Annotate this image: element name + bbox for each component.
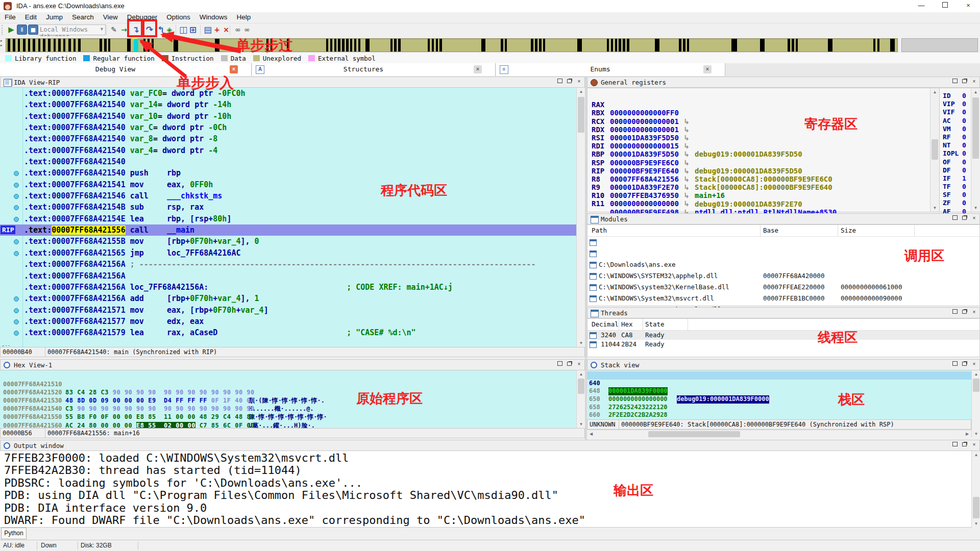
flag-row[interactable]: VIF 0 — [942, 108, 970, 116]
column-header[interactable]: Path — [592, 227, 607, 234]
disasm-line[interactable]: .text:00007FF68A421540 push rbp — [0, 167, 576, 179]
flag-row[interactable]: AC 0 — [942, 117, 970, 125]
trace-window-icon[interactable]: ∞ — [233, 24, 243, 35]
maximize-panel-icon[interactable] — [556, 361, 563, 368]
disasm-line[interactable]: .text:00007FF68A42156A ; ---------------… — [0, 259, 576, 270]
output-window-titlebar[interactable]: Output window × — [0, 440, 980, 451]
stack-row[interactable]: 640 000001DA839F0000 debug019:000001DA83… — [587, 371, 971, 380]
register-row[interactable]: RIP 00007FF68A421556 main+16 — [587, 159, 928, 167]
close-panel-icon[interactable]: × — [971, 79, 977, 85]
register-row[interactable]: RDI 000001DA839F5D50 debug019:000001DA83… — [587, 134, 928, 142]
float-panel-icon[interactable] — [566, 361, 573, 368]
column-header[interactable]: Decimal — [592, 320, 619, 328]
breakpoint-margin[interactable] — [0, 213, 22, 224]
float-panel-icon[interactable] — [961, 361, 968, 368]
disasm-line[interactable]: .text:00007FF68A42155B mov [rbp+0F70h+va… — [0, 236, 576, 247]
disasm-line[interactable]: .text:00007FF68A42154B sub rsp, rax — [0, 202, 576, 213]
hex-view-titlebar[interactable]: Hex View-1 × — [0, 359, 585, 370]
menu-item[interactable]: Debugger — [122, 12, 162, 22]
edit-segment-icon[interactable]: ✎ — [109, 24, 119, 35]
disasm-line[interactable]: .text:00007FF68A421577 mov edx, eax — [0, 316, 576, 327]
breakpoint-margin[interactable] — [0, 122, 22, 133]
stop-process-button[interactable]: ■ — [28, 24, 38, 35]
disasm-line[interactable]: .text:00007FF68A421540 var_8= dword ptr … — [0, 133, 576, 144]
maximize-button[interactable] — [933, 0, 957, 12]
column-header[interactable]: State — [645, 320, 665, 328]
registers-scrollbar[interactable]: ▲▼ — [930, 88, 939, 212]
disasm-line[interactable]: .text:00007FF68A421579 lea rax, aCaseD ;… — [0, 327, 576, 338]
stack-scrollbar[interactable]: ▲▼ — [971, 370, 980, 438]
stack-hscrollbar[interactable]: ◀▶ — [587, 430, 971, 438]
disasm-line[interactable]: .text:00007FF68A421565 jmp loc_7FF68A421… — [0, 247, 576, 259]
disassembly-listing[interactable]: .text:00007FF68A421540 var_FC0= dword pt… — [0, 88, 576, 347]
register-row[interactable]: R8 000001DA839F2E70 debug019:000001DA839… — [587, 167, 928, 175]
flag-row[interactable]: RF 0 — [942, 133, 970, 141]
flag-row[interactable]: ID 0 — [942, 92, 970, 100]
breakpoint-margin[interactable] — [0, 99, 22, 110]
disasm-line[interactable]: .text:00007FF68A42156A loc_7FF68A42156A:… — [0, 282, 576, 293]
breakpoint-margin[interactable] — [0, 156, 22, 167]
hex-row[interactable]: 00007FF68A421530 C3 90 90 90 90 90 90 90… — [0, 388, 576, 396]
module-row[interactable]: C:\WINDOWS\system32\ntdll.dll 00007FFEB4… — [587, 293, 979, 304]
debugger-selector[interactable]: Local Windows debugger ▼ — [37, 24, 106, 35]
breakpoint-margin[interactable] — [0, 167, 22, 179]
minimize-button[interactable]: — — [910, 0, 933, 12]
breakpoint-margin[interactable] — [0, 145, 22, 156]
breakpoint-margin[interactable] — [0, 282, 22, 293]
module-row[interactable]: C:\Downloads\ans.exe 00007FF68A420000 00… — [587, 237, 979, 248]
breakpoint-margin[interactable] — [0, 305, 22, 316]
disasm-line[interactable]: .text:00007FF68A42156A add [rbp+0F70h+va… — [0, 293, 576, 304]
flag-row[interactable]: OF 0 — [942, 158, 970, 166]
close-tab-icon[interactable]: × — [474, 65, 482, 73]
threads-titlebar[interactable]: Threads × — [587, 307, 980, 318]
hex-row[interactable]: 00007FF68A421520 48 8D 0D 09 00 00 00 E9… — [0, 380, 576, 388]
hex-row[interactable]: 00007FF68A421540 55 B8 F0 0F 00 00 E8 85… — [0, 396, 576, 405]
modules-titlebar[interactable]: Modules × — [587, 213, 980, 224]
stack-row[interactable]: 658 2F2E2D2C2B2A2928 — [587, 395, 971, 404]
disasm-line[interactable]: .text:00007FF68A421546 call ___chkstk_ms — [0, 190, 576, 202]
run-to-cursor-button[interactable]: ◈ — [164, 24, 175, 35]
python-cli-button[interactable]: Python — [1, 528, 27, 539]
menu-item[interactable]: Windows — [195, 12, 232, 22]
register-row[interactable]: R11 000000BF9E9FF498 Stack[00000CA8]:000… — [587, 191, 928, 199]
hex-row[interactable]: 00007FF68A421560 00 00 00 00 00 E9 42 01… — [0, 413, 576, 421]
float-panel-icon[interactable] — [961, 442, 968, 448]
thread-row[interactable]: 11044 2B24 Ready — [587, 340, 979, 349]
disasm-line[interactable]: .text:00007FF68A421540 var_14= dword ptr… — [0, 99, 576, 110]
chevron-down-icon[interactable]: ▼ — [100, 27, 104, 32]
maximize-panel-icon[interactable] — [951, 442, 958, 448]
menu-item[interactable]: Edit — [20, 12, 41, 22]
disassembly-scrollbar[interactable]: ▲▼ — [576, 88, 585, 347]
breakpoint-margin[interactable] — [0, 88, 22, 99]
menu-item[interactable]: Search — [67, 12, 99, 22]
disasm-line[interactable]: .text:00007FF68A421571 mov eax, [rbp+0F7… — [0, 305, 576, 316]
disasm-line[interactable]: .text:00007FF68A42156A — [0, 270, 576, 282]
output-scrollbar[interactable]: ▲▼ — [971, 451, 980, 528]
step-into-button[interactable]: ↴ — [131, 24, 141, 35]
breakpoint-margin[interactable] — [0, 179, 22, 190]
breakpoint-margin[interactable] — [0, 202, 22, 213]
stack-row[interactable]: 668 000001DA839F0000 debug019:000001DA83… — [587, 411, 971, 419]
threads-header[interactable]: DecimalHexState — [587, 319, 979, 331]
close-panel-icon[interactable]: × — [971, 442, 977, 448]
hex-row[interactable]: 00007FF68A421550 AC 24 80 00 00 00 E8 55… — [0, 405, 576, 413]
close-panel-icon[interactable]: × — [971, 361, 977, 368]
register-row[interactable]: RCX 0000000000000001 — [587, 109, 928, 117]
flag-row[interactable]: IF 1 — [942, 174, 970, 183]
module-row[interactable]: C:\WINDOWS\SYSTEM32\apphelp.dll 00007FFE… — [587, 248, 979, 259]
column-header[interactable]: Hex — [621, 320, 633, 328]
maximize-panel-icon[interactable] — [951, 215, 958, 222]
add-breakpoint-icon[interactable]: + — [212, 24, 222, 35]
flag-row[interactable]: DF 0 — [942, 166, 970, 174]
column-header[interactable]: Size — [841, 227, 856, 234]
breakpoint-margin[interactable] — [0, 236, 22, 247]
register-row[interactable]: RSI 0000000000000015 — [587, 126, 928, 134]
breakpoint-margin[interactable] — [0, 316, 22, 327]
float-panel-icon[interactable] — [961, 215, 968, 222]
register-row[interactable]: RAX 0000000000000FF0 — [587, 92, 928, 101]
register-row[interactable]: RBP 000000BF9E9FE6C0 Stack[00000CA8]:000… — [587, 142, 928, 150]
breakpoint-list-icon[interactable]: ▤ — [203, 24, 213, 35]
breakpoint-margin[interactable] — [0, 190, 22, 202]
column-header[interactable]: Base — [763, 227, 778, 234]
close-tab-icon[interactable]: × — [703, 65, 712, 73]
